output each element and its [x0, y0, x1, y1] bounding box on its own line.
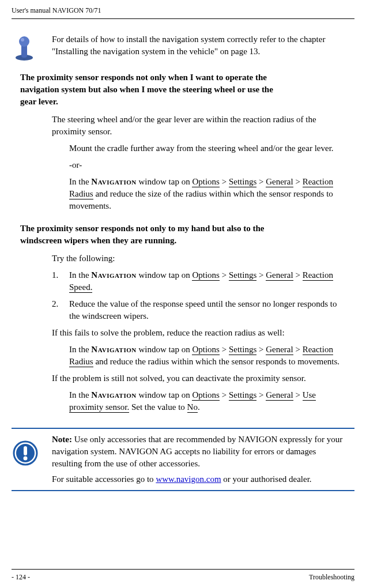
menu-settings: Settings — [229, 390, 256, 401]
svg-rect-6 — [24, 446, 27, 455]
list-text: Reduce the value of the response speed u… — [69, 298, 346, 322]
list-item: 1. In the Navigation window tap on Optio… — [52, 269, 346, 293]
section2-p5: In the Navigation window tap on Options … — [69, 389, 346, 413]
tip-text: For details of how to install the naviga… — [37, 33, 354, 58]
list-num: 2. — [52, 298, 69, 322]
menu-general: General — [266, 345, 293, 355]
navigon-link[interactable]: www.navigon.com — [156, 474, 221, 484]
menu-options: Options — [192, 345, 220, 355]
section1-p3: In the Navigation window tap on Options … — [69, 176, 346, 212]
page-header: User's manual NAVIGON 70/71 — [12, 6, 354, 19]
section1-p1: The steering wheel and/or the gear lever… — [52, 114, 346, 138]
page-number: - 124 - — [12, 572, 30, 582]
nav-label: Navigation — [91, 345, 136, 354]
section2-title: The proximity sensor responds not only t… — [12, 223, 354, 247]
note-text: Note: Use only accessories that are reco… — [52, 434, 354, 485]
section1-title-l3: gear lever. — [20, 97, 58, 106]
list-item: 2. Reduce the value of the response spee… — [52, 298, 346, 322]
svg-point-2 — [19, 36, 29, 47]
section2-p3: In the Navigation window tap on Options … — [69, 344, 346, 368]
menu-general: General — [266, 177, 293, 187]
list-num: 1. — [52, 269, 69, 293]
section2-p4: If the problem is still not solved, you … — [52, 372, 346, 385]
menu-settings: Settings — [229, 270, 256, 281]
header-title: User's manual NAVIGON 70/71 — [12, 6, 101, 14]
section1-title-l1: The proximity sensor responds not only w… — [20, 73, 267, 82]
menu-settings: Settings — [229, 177, 256, 187]
nav-label: Navigation — [91, 270, 136, 280]
section1-title: The proximity sensor responds not only w… — [12, 71, 354, 108]
warning-icon — [12, 434, 52, 466]
note-label: Note: — [52, 435, 72, 444]
nav-label: Navigation — [91, 177, 136, 186]
svg-point-7 — [24, 456, 28, 460]
tip-icon — [12, 33, 37, 61]
footer-section: Troubleshooting — [309, 572, 354, 582]
section2-p2: If this fails to solve the problem, redu… — [52, 327, 346, 339]
section2-title-l1: The proximity sensor responds not only t… — [20, 224, 264, 233]
svg-point-3 — [21, 38, 24, 42]
section1-or: -or- — [69, 159, 346, 171]
section2-p1: Try the following: — [52, 252, 346, 265]
menu-general: General — [266, 270, 293, 281]
section2-title-l2: windscreen wipers when they are running. — [20, 236, 176, 245]
menu-general: General — [266, 390, 293, 401]
menu-options: Options — [192, 270, 220, 281]
menu-settings: Settings — [229, 345, 256, 355]
tip-callout: For details of how to install the naviga… — [12, 33, 354, 61]
section1-p2: Mount the cradle further away from the s… — [69, 142, 346, 154]
menu-options: Options — [192, 390, 220, 401]
note-callout: Note: Use only accessories that are reco… — [12, 428, 354, 491]
menu-options: Options — [192, 177, 220, 187]
section1-title-l2: navigation system but also when I move t… — [20, 85, 273, 94]
menu-no: No — [187, 402, 198, 413]
nav-label: Navigation — [91, 390, 136, 399]
page-footer: - 124 - Troubleshooting — [12, 569, 354, 582]
numbered-list: 1. In the Navigation window tap on Optio… — [52, 269, 346, 322]
list-text: In the Navigation window tap on Options … — [69, 269, 346, 293]
